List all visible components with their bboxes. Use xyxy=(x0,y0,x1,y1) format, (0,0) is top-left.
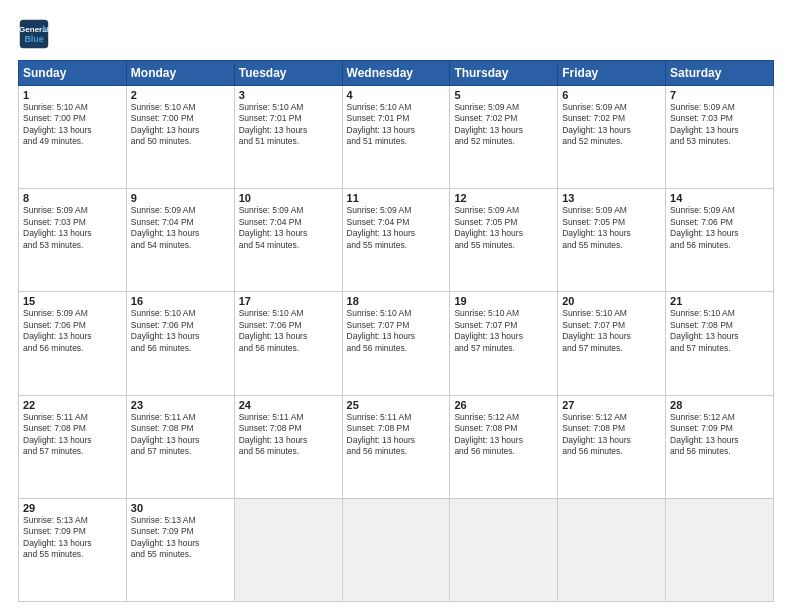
day-number: 28 xyxy=(670,399,769,411)
logo: General Blue xyxy=(18,18,50,50)
day-number: 14 xyxy=(670,192,769,204)
day-number: 9 xyxy=(131,192,230,204)
calendar-cell: 30Sunrise: 5:13 AM Sunset: 7:09 PM Dayli… xyxy=(126,498,234,601)
day-number: 15 xyxy=(23,295,122,307)
day-info: Sunrise: 5:09 AM Sunset: 7:04 PM Dayligh… xyxy=(347,205,446,251)
calendar-cell: 27Sunrise: 5:12 AM Sunset: 7:08 PM Dayli… xyxy=(558,395,666,498)
calendar-cell: 29Sunrise: 5:13 AM Sunset: 7:09 PM Dayli… xyxy=(19,498,127,601)
day-number: 10 xyxy=(239,192,338,204)
day-info: Sunrise: 5:12 AM Sunset: 7:09 PM Dayligh… xyxy=(670,412,769,458)
day-number: 5 xyxy=(454,89,553,101)
calendar-cell: 9Sunrise: 5:09 AM Sunset: 7:04 PM Daylig… xyxy=(126,189,234,292)
day-info: Sunrise: 5:09 AM Sunset: 7:04 PM Dayligh… xyxy=(239,205,338,251)
weekday-header-sunday: Sunday xyxy=(19,61,127,86)
calendar-row-4: 29Sunrise: 5:13 AM Sunset: 7:09 PM Dayli… xyxy=(19,498,774,601)
day-info: Sunrise: 5:09 AM Sunset: 7:05 PM Dayligh… xyxy=(562,205,661,251)
day-number: 6 xyxy=(562,89,661,101)
day-info: Sunrise: 5:13 AM Sunset: 7:09 PM Dayligh… xyxy=(131,515,230,561)
day-info: Sunrise: 5:13 AM Sunset: 7:09 PM Dayligh… xyxy=(23,515,122,561)
day-info: Sunrise: 5:09 AM Sunset: 7:02 PM Dayligh… xyxy=(562,102,661,148)
weekday-header-row: SundayMondayTuesdayWednesdayThursdayFrid… xyxy=(19,61,774,86)
calendar-cell: 12Sunrise: 5:09 AM Sunset: 7:05 PM Dayli… xyxy=(450,189,558,292)
calendar-cell xyxy=(450,498,558,601)
calendar-cell: 7Sunrise: 5:09 AM Sunset: 7:03 PM Daylig… xyxy=(666,86,774,189)
day-info: Sunrise: 5:11 AM Sunset: 7:08 PM Dayligh… xyxy=(239,412,338,458)
calendar-cell: 10Sunrise: 5:09 AM Sunset: 7:04 PM Dayli… xyxy=(234,189,342,292)
day-number: 17 xyxy=(239,295,338,307)
weekday-header-tuesday: Tuesday xyxy=(234,61,342,86)
day-info: Sunrise: 5:09 AM Sunset: 7:04 PM Dayligh… xyxy=(131,205,230,251)
calendar-cell: 18Sunrise: 5:10 AM Sunset: 7:07 PM Dayli… xyxy=(342,292,450,395)
day-number: 27 xyxy=(562,399,661,411)
day-number: 25 xyxy=(347,399,446,411)
page: General Blue SundayMondayTuesdayWednesda… xyxy=(0,0,792,612)
calendar-cell xyxy=(234,498,342,601)
day-number: 3 xyxy=(239,89,338,101)
day-info: Sunrise: 5:10 AM Sunset: 7:06 PM Dayligh… xyxy=(131,308,230,354)
svg-text:Blue: Blue xyxy=(24,34,43,44)
day-number: 22 xyxy=(23,399,122,411)
day-info: Sunrise: 5:12 AM Sunset: 7:08 PM Dayligh… xyxy=(562,412,661,458)
day-info: Sunrise: 5:09 AM Sunset: 7:05 PM Dayligh… xyxy=(454,205,553,251)
calendar-cell: 8Sunrise: 5:09 AM Sunset: 7:03 PM Daylig… xyxy=(19,189,127,292)
calendar-cell: 14Sunrise: 5:09 AM Sunset: 7:06 PM Dayli… xyxy=(666,189,774,292)
day-number: 23 xyxy=(131,399,230,411)
day-info: Sunrise: 5:11 AM Sunset: 7:08 PM Dayligh… xyxy=(23,412,122,458)
calendar-cell: 16Sunrise: 5:10 AM Sunset: 7:06 PM Dayli… xyxy=(126,292,234,395)
day-number: 4 xyxy=(347,89,446,101)
day-number: 30 xyxy=(131,502,230,514)
calendar-cell: 24Sunrise: 5:11 AM Sunset: 7:08 PM Dayli… xyxy=(234,395,342,498)
day-number: 13 xyxy=(562,192,661,204)
day-info: Sunrise: 5:10 AM Sunset: 7:06 PM Dayligh… xyxy=(239,308,338,354)
day-info: Sunrise: 5:10 AM Sunset: 7:01 PM Dayligh… xyxy=(239,102,338,148)
calendar-cell: 19Sunrise: 5:10 AM Sunset: 7:07 PM Dayli… xyxy=(450,292,558,395)
day-info: Sunrise: 5:10 AM Sunset: 7:07 PM Dayligh… xyxy=(347,308,446,354)
calendar-cell: 11Sunrise: 5:09 AM Sunset: 7:04 PM Dayli… xyxy=(342,189,450,292)
calendar-cell: 20Sunrise: 5:10 AM Sunset: 7:07 PM Dayli… xyxy=(558,292,666,395)
day-number: 24 xyxy=(239,399,338,411)
day-number: 16 xyxy=(131,295,230,307)
calendar-table: SundayMondayTuesdayWednesdayThursdayFrid… xyxy=(18,60,774,602)
weekday-header-saturday: Saturday xyxy=(666,61,774,86)
calendar-cell: 2Sunrise: 5:10 AM Sunset: 7:00 PM Daylig… xyxy=(126,86,234,189)
calendar-cell: 25Sunrise: 5:11 AM Sunset: 7:08 PM Dayli… xyxy=(342,395,450,498)
day-number: 29 xyxy=(23,502,122,514)
calendar-cell: 1Sunrise: 5:10 AM Sunset: 7:00 PM Daylig… xyxy=(19,86,127,189)
day-number: 7 xyxy=(670,89,769,101)
day-info: Sunrise: 5:09 AM Sunset: 7:03 PM Dayligh… xyxy=(23,205,122,251)
header: General Blue xyxy=(18,18,774,50)
logo-icon: General Blue xyxy=(18,18,50,50)
calendar-cell: 26Sunrise: 5:12 AM Sunset: 7:08 PM Dayli… xyxy=(450,395,558,498)
day-number: 11 xyxy=(347,192,446,204)
weekday-header-friday: Friday xyxy=(558,61,666,86)
day-info: Sunrise: 5:09 AM Sunset: 7:03 PM Dayligh… xyxy=(670,102,769,148)
calendar-row-0: 1Sunrise: 5:10 AM Sunset: 7:00 PM Daylig… xyxy=(19,86,774,189)
calendar-cell xyxy=(666,498,774,601)
weekday-header-thursday: Thursday xyxy=(450,61,558,86)
calendar-cell: 4Sunrise: 5:10 AM Sunset: 7:01 PM Daylig… xyxy=(342,86,450,189)
calendar-row-2: 15Sunrise: 5:09 AM Sunset: 7:06 PM Dayli… xyxy=(19,292,774,395)
day-number: 1 xyxy=(23,89,122,101)
calendar-cell xyxy=(558,498,666,601)
day-info: Sunrise: 5:10 AM Sunset: 7:08 PM Dayligh… xyxy=(670,308,769,354)
day-info: Sunrise: 5:10 AM Sunset: 7:07 PM Dayligh… xyxy=(454,308,553,354)
calendar-row-3: 22Sunrise: 5:11 AM Sunset: 7:08 PM Dayli… xyxy=(19,395,774,498)
day-number: 26 xyxy=(454,399,553,411)
calendar-cell: 21Sunrise: 5:10 AM Sunset: 7:08 PM Dayli… xyxy=(666,292,774,395)
day-info: Sunrise: 5:12 AM Sunset: 7:08 PM Dayligh… xyxy=(454,412,553,458)
day-info: Sunrise: 5:10 AM Sunset: 7:00 PM Dayligh… xyxy=(131,102,230,148)
day-info: Sunrise: 5:10 AM Sunset: 7:07 PM Dayligh… xyxy=(562,308,661,354)
calendar-cell: 23Sunrise: 5:11 AM Sunset: 7:08 PM Dayli… xyxy=(126,395,234,498)
day-number: 21 xyxy=(670,295,769,307)
calendar-cell xyxy=(342,498,450,601)
day-info: Sunrise: 5:09 AM Sunset: 7:06 PM Dayligh… xyxy=(670,205,769,251)
day-info: Sunrise: 5:09 AM Sunset: 7:02 PM Dayligh… xyxy=(454,102,553,148)
day-number: 2 xyxy=(131,89,230,101)
calendar-cell: 5Sunrise: 5:09 AM Sunset: 7:02 PM Daylig… xyxy=(450,86,558,189)
calendar-cell: 17Sunrise: 5:10 AM Sunset: 7:06 PM Dayli… xyxy=(234,292,342,395)
day-info: Sunrise: 5:09 AM Sunset: 7:06 PM Dayligh… xyxy=(23,308,122,354)
day-number: 18 xyxy=(347,295,446,307)
day-number: 20 xyxy=(562,295,661,307)
day-info: Sunrise: 5:11 AM Sunset: 7:08 PM Dayligh… xyxy=(347,412,446,458)
calendar-cell: 13Sunrise: 5:09 AM Sunset: 7:05 PM Dayli… xyxy=(558,189,666,292)
